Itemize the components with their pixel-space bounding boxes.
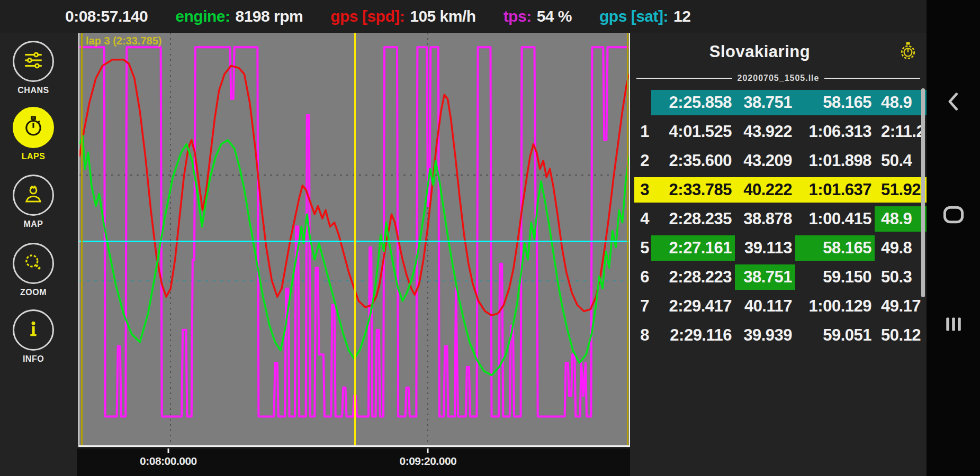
lap-row-8[interactable]: 8 2:29.116 39.939 59.051 50.12 bbox=[634, 323, 927, 348]
nav-back-button[interactable] bbox=[927, 91, 980, 114]
nav-recents-button[interactable] bbox=[927, 316, 980, 334]
channel-gps-speed: gps [spd]: 105 km/h bbox=[330, 7, 475, 25]
separator-line-left bbox=[636, 78, 732, 79]
lap-row-4[interactable]: 4 2:28.235 38.878 1:00.415 48.9 bbox=[634, 206, 927, 232]
track-name: Slovakiaring bbox=[630, 42, 889, 61]
lap-end-line bbox=[627, 33, 628, 445]
axis-tick-1 bbox=[167, 448, 169, 453]
lap-row-3-selected[interactable]: 3 2:33.785 40.222 1:01.637 51.92 bbox=[634, 177, 927, 203]
lap-row-1[interactable]: 1 4:01.525 43.922 1:06.313 2:11.2 bbox=[634, 119, 927, 144]
cursor-time: 0:08:57.140 bbox=[65, 7, 148, 25]
lap-label: lap 3 (2:33.785) bbox=[86, 35, 161, 47]
gps-sat-value: 12 bbox=[673, 7, 690, 25]
channel-tps: tps: 54 % bbox=[504, 7, 572, 25]
stopwatch-icon bbox=[22, 115, 45, 140]
map-icon bbox=[22, 183, 44, 207]
laps-scrollbar[interactable] bbox=[921, 88, 925, 297]
sidebar-item-zoom[interactable]: ZOOM bbox=[12, 243, 55, 297]
gps-speed-label: gps [spd]: bbox=[330, 7, 404, 25]
time-cursor-line[interactable] bbox=[354, 33, 356, 445]
sidebar-item-chans[interactable]: CHANS bbox=[12, 41, 55, 95]
sidebar-item-laps[interactable]: LAPS bbox=[12, 107, 55, 161]
magnifier-icon bbox=[22, 251, 44, 276]
info-icon bbox=[23, 318, 44, 342]
lap-row-2[interactable]: 2 2:35.600 43.209 1:01.898 50.4 bbox=[634, 148, 927, 173]
sidebar-item-map[interactable]: MAP bbox=[12, 175, 55, 229]
chans-circle bbox=[13, 41, 54, 82]
laps-circle bbox=[13, 107, 54, 148]
sidebar-item-label: CHANS bbox=[12, 86, 55, 95]
axis-tick-2 bbox=[427, 448, 429, 453]
sidebar-item-label: INFO bbox=[12, 354, 55, 364]
gps-speed-value: 105 km/h bbox=[410, 7, 475, 25]
recents-icon bbox=[945, 316, 963, 334]
lap-start-line bbox=[81, 33, 83, 445]
channel-engine: engine: 8198 rpm bbox=[175, 7, 303, 25]
sliders-icon bbox=[22, 49, 44, 74]
tps-value: 54 % bbox=[537, 7, 572, 25]
engine-label: engine: bbox=[175, 7, 230, 25]
session-filename: 20200705_1505.lle bbox=[732, 74, 825, 83]
laps-panel-header: Slovakiaring bbox=[630, 37, 927, 67]
laps-panel: Slovakiaring 20200705_1505.lle 2:25.858 … bbox=[630, 33, 927, 476]
time-axis: 0:08:00.000 0:09:20.000 bbox=[77, 448, 632, 476]
laps-table: 2:25.858 38.751 58.165 48.9 1 4:01.525 4… bbox=[634, 90, 927, 352]
map-circle bbox=[13, 175, 54, 216]
separator-line-right bbox=[824, 78, 920, 79]
lap-row-6[interactable]: 6 2:28.223 38.751 59.150 50.3 bbox=[634, 264, 927, 290]
zoom-circle bbox=[13, 243, 54, 284]
home-icon bbox=[942, 205, 965, 226]
pocket-watch-icon bbox=[897, 40, 919, 63]
channel-gps-sat: gps [sat]: 12 bbox=[599, 7, 690, 25]
sidebar-item-label: LAPS bbox=[12, 152, 55, 161]
nav-home-button[interactable] bbox=[927, 205, 980, 226]
back-icon bbox=[945, 91, 963, 114]
android-nav-bar bbox=[927, 0, 980, 476]
engine-value: 8198 rpm bbox=[235, 7, 303, 25]
best-lap-row[interactable]: 2:25.858 38.751 58.165 48.9 bbox=[634, 90, 927, 115]
sidebar-item-label: ZOOM bbox=[12, 288, 55, 297]
axis-tick-label-1: 0:08:00.000 bbox=[140, 455, 197, 468]
lap-row-7[interactable]: 7 2:29.417 40.117 1:00.129 49.17 bbox=[634, 294, 927, 319]
axis-tick-label-2: 0:09:20.000 bbox=[399, 455, 456, 468]
gps-sat-label: gps [sat]: bbox=[599, 7, 668, 25]
sidebar: CHANS LAPS bbox=[0, 33, 77, 476]
info-circle bbox=[13, 309, 54, 351]
tps-label: tps: bbox=[504, 7, 532, 25]
lap-row-5[interactable]: 5 2:27.161 39.113 58.165 49.8 bbox=[634, 235, 927, 261]
telemetry-chart[interactable]: lap 3 (2:33.785) bbox=[78, 33, 630, 447]
sidebar-item-label: MAP bbox=[12, 219, 55, 229]
status-bar: 0:08:57.140 engine: 8198 rpm gps [spd]: … bbox=[0, 0, 927, 33]
sidebar-item-info[interactable]: INFO bbox=[12, 309, 55, 364]
session-timer-button[interactable] bbox=[889, 40, 927, 63]
session-separator: 20200705_1505.lle bbox=[636, 73, 920, 84]
